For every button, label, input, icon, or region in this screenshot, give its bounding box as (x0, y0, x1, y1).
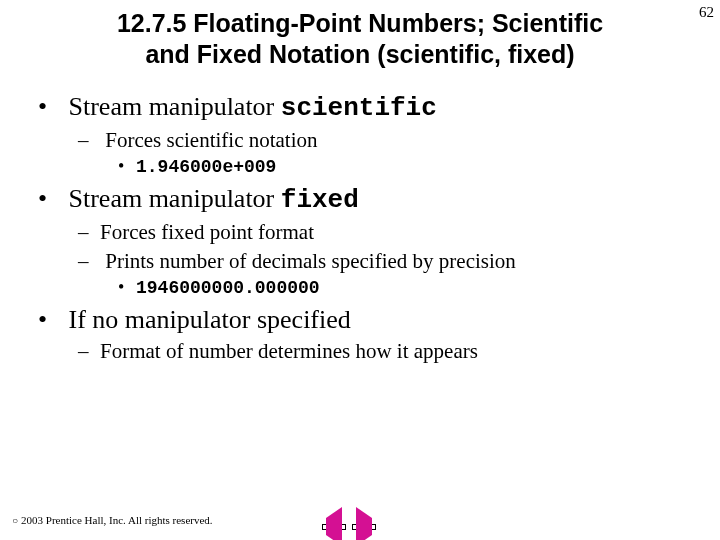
bullet-fixed: Stream manipulator fixed Forces fixed po… (38, 181, 682, 300)
subbullet-scientific-notation: Forces scientific notation 1.946000e+009 (78, 126, 682, 180)
bullet-scientific: Stream manipulator scientific Forces sci… (38, 89, 682, 180)
copyright-footer: ○ 2003 Prentice Hall, Inc. All rights re… (12, 514, 213, 526)
subbullet-precision: Prints number of decimals specified by p… (78, 247, 682, 301)
subbullet-text: Format of number determines how it appea… (100, 339, 478, 363)
copyright-text: 2003 Prentice Hall, Inc. All rights rese… (21, 514, 213, 526)
slide: 62 12.7.5 Floating-Point Numbers; Scient… (0, 0, 720, 540)
subbullet-text: Forces fixed point format (100, 220, 314, 244)
example-fixed: 1946000000.000000 (118, 275, 682, 300)
subbullet-fixed-format: Forces fixed point format (78, 218, 682, 246)
subbullet-default-format: Format of number determines how it appea… (78, 337, 682, 365)
arrow-right-icon (356, 507, 372, 540)
bullet-no-manipulator: If no manipulator specified Format of nu… (38, 302, 682, 365)
title-line-1: 12.7.5 Floating-Point Numbers; Scientifi… (117, 9, 603, 37)
copyright-icon: ○ (12, 515, 18, 526)
title-line-2: and Fixed Notation (scientific, fixed) (145, 40, 574, 68)
code-fixed: fixed (281, 185, 359, 215)
prev-button[interactable] (322, 524, 346, 530)
nav-arrows (322, 524, 376, 530)
page-number: 62 (699, 4, 714, 21)
code-example: 1.946000e+009 (136, 157, 276, 177)
bullet-text: Stream manipulator (69, 184, 281, 213)
code-example: 1946000000.000000 (136, 278, 320, 298)
subbullet-text: Prints number of decimals specified by p… (105, 249, 516, 273)
bullet-text: Stream manipulator (69, 92, 281, 121)
slide-body: Stream manipulator scientific Forces sci… (0, 71, 720, 366)
example-scientific: 1.946000e+009 (118, 154, 682, 179)
bullet-text: If no manipulator specified (69, 305, 351, 334)
arrow-left-icon (326, 507, 342, 540)
code-scientific: scientific (281, 93, 437, 123)
slide-title: 12.7.5 Floating-Point Numbers; Scientifi… (0, 0, 720, 71)
next-button[interactable] (352, 524, 376, 530)
subbullet-text: Forces scientific notation (105, 128, 317, 152)
